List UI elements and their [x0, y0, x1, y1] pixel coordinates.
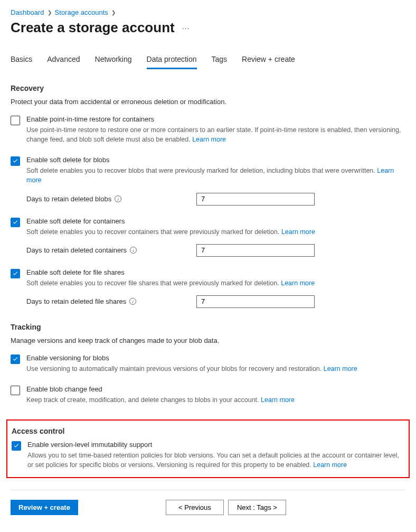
check-icon	[12, 219, 18, 226]
info-icon[interactable]: i	[130, 247, 137, 254]
label-soft-delete-fileshares: Enable soft delete for file shares	[26, 268, 405, 276]
option-change-feed: Enable blob change feed Keep track of cr…	[11, 385, 405, 405]
check-icon	[12, 356, 18, 362]
option-soft-delete-containers: Enable soft delete for containers Soft d…	[11, 217, 405, 257]
learn-more-soft-delete-containers[interactable]: Learn more	[281, 228, 315, 236]
label-change-feed: Enable blob change feed	[26, 385, 405, 393]
option-immutability: Enable version-level immutability suppor…	[12, 441, 404, 470]
field-label-container-days: Days to retain deleted containers	[26, 246, 127, 254]
option-versioning: Enable versioning for blobs Use versioni…	[11, 354, 405, 374]
field-label-blob-days: Days to retain deleted blobs	[26, 195, 111, 203]
checkbox-immutability[interactable]	[12, 441, 21, 451]
desc-soft-delete-fileshares: Soft delete enables you to recover file …	[26, 278, 405, 288]
section-title-tracking: Tracking	[11, 323, 405, 331]
check-icon	[13, 443, 20, 449]
tab-data-protection[interactable]: Data protection	[147, 52, 197, 69]
learn-more-immutability[interactable]: Learn more	[313, 461, 347, 469]
tab-networking[interactable]: Networking	[95, 52, 132, 69]
tabs: Basics Advanced Networking Data protecti…	[11, 52, 405, 69]
section-title-recovery: Recovery	[11, 84, 405, 92]
page-title: Create a storage account	[11, 20, 175, 36]
option-soft-delete-fileshares: Enable soft delete for file shares Soft …	[11, 268, 405, 308]
tab-basics[interactable]: Basics	[11, 52, 32, 69]
breadcrumb-dashboard[interactable]: Dashboard	[11, 8, 44, 16]
check-icon	[12, 158, 18, 164]
label-soft-delete-containers: Enable soft delete for containers	[26, 217, 405, 225]
checkbox-soft-delete-containers[interactable]	[11, 218, 20, 227]
label-pitr: Enable point-in-time restore for contain…	[26, 115, 405, 123]
input-blob-days[interactable]	[196, 193, 315, 206]
label-immutability: Enable version-level immutability suppor…	[27, 441, 404, 449]
divider	[11, 490, 405, 490]
desc-soft-delete-containers: Soft delete enables you to recover conta…	[26, 227, 405, 237]
chevron-right-icon: ❯	[111, 10, 116, 15]
section-desc-tracking: Manage versions and keep track of change…	[11, 337, 405, 344]
section-access-control: Access control Enable version-level immu…	[12, 427, 404, 470]
chevron-right-icon: ❯	[48, 10, 52, 15]
field-label-fileshare-days: Days to retain deleted file shares	[26, 297, 126, 305]
breadcrumb-storage-accounts[interactable]: Storage accounts	[55, 8, 108, 16]
learn-more-versioning[interactable]: Learn more	[324, 365, 357, 372]
learn-more-soft-delete-fileshares[interactable]: Learn more	[281, 279, 315, 287]
learn-more-pitr[interactable]: Learn more	[192, 136, 226, 143]
option-soft-delete-blobs: Enable soft delete for blobs Soft delete…	[11, 156, 405, 205]
breadcrumb: Dashboard ❯ Storage accounts ❯	[11, 8, 405, 16]
tab-tags[interactable]: Tags	[212, 52, 228, 69]
checkbox-change-feed[interactable]	[11, 386, 20, 395]
previous-button[interactable]: < Previous	[166, 500, 224, 515]
info-icon[interactable]: i	[129, 298, 136, 305]
tab-advanced[interactable]: Advanced	[47, 52, 80, 69]
section-recovery: Recovery Protect your data from accident…	[11, 84, 405, 308]
tab-review-create[interactable]: Review + create	[242, 52, 295, 69]
desc-change-feed: Keep track of create, modification, and …	[26, 395, 405, 405]
checkbox-pitr[interactable]	[11, 116, 20, 125]
section-title-access-control: Access control	[12, 427, 404, 435]
desc-soft-delete-blobs: Soft delete enables you to recover blobs…	[26, 166, 405, 185]
check-icon	[12, 270, 18, 277]
label-versioning: Enable versioning for blobs	[26, 354, 405, 362]
desc-immutability: Allows you to set time-based retention p…	[27, 451, 404, 470]
label-soft-delete-blobs: Enable soft delete for blobs	[26, 156, 405, 164]
checkbox-versioning[interactable]	[11, 354, 20, 364]
learn-more-change-feed[interactable]: Learn more	[261, 396, 295, 404]
review-create-button[interactable]: Review + create	[11, 500, 78, 515]
checkbox-soft-delete-fileshares[interactable]	[11, 269, 20, 278]
section-tracking: Tracking Manage versions and keep track …	[11, 323, 405, 405]
info-icon[interactable]: i	[115, 195, 121, 202]
input-container-days[interactable]	[196, 244, 315, 257]
desc-versioning: Use versioning to automatically maintain…	[26, 364, 405, 374]
checkbox-soft-delete-blobs[interactable]	[11, 156, 20, 166]
option-pitr: Enable point-in-time restore for contain…	[11, 115, 405, 144]
highlight-access-control: Access control Enable version-level immu…	[6, 419, 410, 478]
footer-buttons: Review + create < Previous Next : Tags >	[11, 500, 405, 515]
desc-pitr: Use point-in-time restore to restore one…	[26, 125, 405, 144]
input-fileshare-days[interactable]	[196, 295, 315, 308]
next-button[interactable]: Next : Tags >	[228, 500, 286, 515]
more-icon[interactable]: ···	[182, 24, 190, 32]
section-desc-recovery: Protect your data from accidental or err…	[11, 98, 405, 106]
